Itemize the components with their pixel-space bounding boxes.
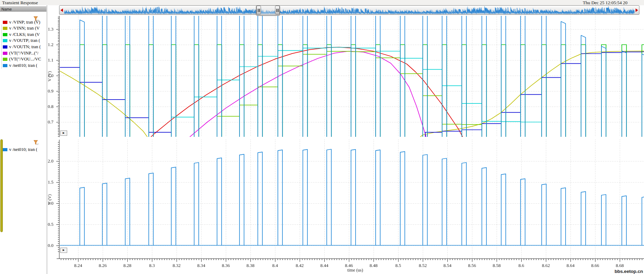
x-tick-label: 8.34: [193, 263, 209, 268]
legend-item[interactable]: (VT("/VOU.../VC: [3, 57, 41, 62]
overview-scrollbar[interactable]: [59, 5, 639, 15]
legend-label: (VT("/VINP...("/: [9, 51, 38, 56]
y-tick-label: 0.5: [42, 222, 53, 227]
y-tick-label: 0.8: [42, 104, 53, 109]
y-tick-label: 0.9: [42, 88, 53, 94]
legend-label: v /net010; tran (: [9, 63, 37, 68]
legend-item[interactable]: v /VOUTP; tran (: [3, 38, 40, 44]
title-bar: Transient Response Thu Dec 25 12:05:54 2…: [0, 0, 644, 5]
legend-color-swatch: [3, 148, 7, 151]
legend-color-swatch: [3, 21, 7, 24]
y-tick-label: 1.3: [42, 26, 53, 32]
legend-item[interactable]: v /CLKS; tran (V: [3, 32, 40, 37]
y-tick-label: 2.0: [42, 158, 53, 164]
x-tick-label: 8.38: [243, 263, 258, 268]
legend-color-swatch: [3, 27, 7, 30]
legend-color-swatch: [3, 39, 7, 42]
legend-label: v /VINN; tran (V: [9, 26, 39, 31]
legend-item[interactable]: v /net010; tran (: [3, 147, 37, 152]
x-tick-label: 8.32: [169, 263, 184, 268]
timestamp: Thu Dec 25 12:05:54 20: [583, 0, 644, 6]
selection-bar[interactable]: [0, 139, 3, 232]
x-axis-title: time (us): [338, 268, 373, 273]
zoom-window-handle[interactable]: [256, 5, 280, 15]
scroll-right-arrow-icon[interactable]: [636, 8, 638, 12]
legend-color-swatch: [3, 64, 7, 67]
y-tick-label: 1.2: [42, 42, 53, 47]
x-tick-label: 8.5: [390, 263, 406, 268]
window-title: Transient Response: [2, 0, 38, 6]
signal-sidebar: Name v /VINP; tran (V)v /VINN; tran (Vv …: [0, 5, 47, 274]
x-tick-label: 8.44: [317, 263, 332, 268]
filter-funnel-icon[interactable]: [33, 140, 39, 145]
watermark: bbs.eetop.cn: [614, 269, 643, 274]
legend-item[interactable]: v /VINN; tran (V: [3, 26, 39, 31]
waveform-viewer-window: Transient Response Thu Dec 25 12:05:54 2…: [0, 0, 644, 274]
legend-label: v /net010; tran (: [9, 147, 37, 152]
legend-label: v /CLKS; tran (V: [9, 32, 40, 37]
legend-color-swatch: [3, 52, 7, 55]
x-tick-label: 8.4: [267, 263, 283, 268]
x-tick-label: 8.42: [292, 263, 307, 268]
legend-item[interactable]: v /net010; tran (: [3, 63, 37, 68]
x-tick-label: 8.28: [120, 263, 135, 268]
legend-label: v /VINP; tran (V): [9, 20, 40, 25]
handle-right-grip[interactable]: [275, 6, 280, 14]
overview-minimap-waveform: [64, 6, 635, 14]
name-column-header[interactable]: Name: [0, 6, 46, 12]
bottom-plot-canvas[interactable]: [47, 140, 644, 263]
top-plot-y-axis-title: V (V): [47, 69, 52, 84]
top-plot-play-button[interactable]: ▶: [60, 130, 67, 136]
x-tick-label: 8.62: [538, 263, 554, 268]
handle-left-grip[interactable]: [256, 6, 261, 14]
legend-color-swatch: [3, 58, 7, 61]
x-tick-label: 8.36: [218, 263, 234, 268]
legend-item[interactable]: (VT("/VINP...("/: [3, 50, 38, 56]
top-plot-canvas[interactable]: [47, 16, 644, 138]
x-tick-label: 8.26: [95, 263, 110, 268]
x-tick-label: 8.66: [587, 263, 603, 268]
bottom-plot-play-button[interactable]: ▶: [60, 248, 67, 253]
legend-item[interactable]: v /VOUTN; tran (: [3, 44, 41, 50]
y-tick-label: 1.5: [42, 179, 53, 185]
x-tick-label: 8.56: [464, 263, 480, 268]
x-tick-label: 8.64: [563, 263, 578, 268]
x-tick-label: 8.24: [70, 263, 86, 268]
x-tick-label: 8.54: [440, 263, 455, 268]
legend-item[interactable]: v /VINP; tran (V): [3, 19, 40, 25]
legend-label: v /VOUTN; tran (: [9, 44, 41, 50]
x-tick-label: 8.3: [144, 263, 160, 268]
scroll-left-arrow-icon[interactable]: [60, 8, 63, 12]
x-tick-label: 8.52: [415, 263, 431, 268]
legend-label: (VT("/VOU.../VC: [9, 57, 41, 62]
y-tick-label: 0.0: [42, 243, 53, 248]
y-tick-label: 1.1: [42, 57, 53, 63]
legend-label: v /VOUTP; tran (: [9, 38, 40, 43]
legend-color-swatch: [3, 33, 7, 36]
x-tick-label: 8.68: [612, 263, 627, 268]
x-tick-label: 8.6: [514, 263, 529, 268]
bottom-plot-y-axis-title: V (V): [47, 192, 52, 207]
tree-connector: [1, 25, 2, 69]
y-tick-label: 0.7: [42, 119, 53, 125]
x-tick-label: 8.58: [489, 263, 504, 268]
legend-color-swatch: [3, 45, 7, 49]
